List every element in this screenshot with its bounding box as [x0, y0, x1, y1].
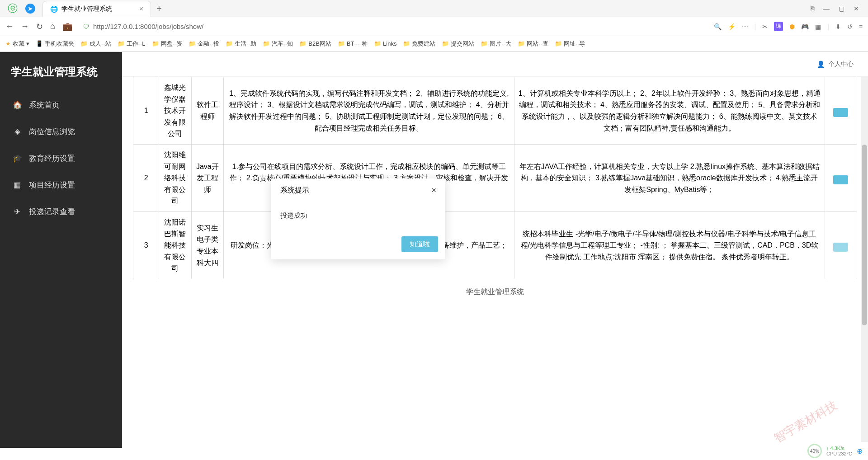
browser-chrome: ⓔ ➤ 🌐 学生就业管理系统 × + ⎘ — ▢ ✕ ← → ↻ ⌂ 💼 🛡 h… — [0, 0, 868, 52]
send-icon: ✈ — [13, 207, 22, 216]
bookmark-folder[interactable]: 📁图片--大 — [481, 40, 511, 48]
folder-icon: 📁 — [481, 40, 488, 47]
home-icon[interactable]: ⌂ — [50, 22, 55, 31]
briefcase-icon[interactable]: 💼 — [62, 22, 72, 32]
folder-icon: 📁 — [518, 40, 525, 47]
sidebar-item-projects[interactable]: ▦项目经历设置 — [0, 172, 122, 198]
submit-button[interactable]: 投递 — [833, 243, 848, 252]
row-company: 鑫城光学仪器技术开发有限公司 — [159, 77, 191, 145]
nav-bar: ← → ↻ ⌂ 💼 🛡 http://127.0.0.1:8000/jobs/j… — [0, 17, 868, 36]
sidebar-item-home[interactable]: 🏠系统首页 — [0, 92, 122, 118]
bookmark-folder[interactable]: 📁网址--导 — [555, 40, 585, 48]
row-requirements: 统招本科毕业生 -光学/电子/微电子/半导体/物理/测控技术与仪器/电子科学与技… — [514, 211, 825, 279]
sidebar-item-label: 系统首页 — [29, 100, 60, 110]
forward-icon[interactable]: → — [21, 22, 29, 31]
new-tab-button[interactable]: + — [156, 4, 162, 14]
bookmark-folder[interactable]: 📁金融--投 — [189, 40, 219, 48]
favorites-button[interactable]: ★收藏▾ — [5, 40, 29, 48]
sidebar-item-records[interactable]: ✈投递记录查看 — [0, 198, 122, 225]
scrollbar-thumb[interactable] — [862, 145, 867, 325]
submit-button[interactable]: 投递 — [833, 175, 848, 184]
user-center-link[interactable]: 👤 个人中心 — [817, 60, 854, 68]
globe-icon: 🌐 — [50, 5, 58, 13]
header-bar: 👤 个人中心 — [122, 52, 868, 77]
window-close-icon[interactable]: ✕ — [854, 5, 859, 12]
sidebar-item-jobs[interactable]: ◈岗位信息浏览 — [0, 118, 122, 145]
folder-icon: 📁 — [226, 40, 233, 47]
bookmark-folder[interactable]: 📁汽车--知 — [263, 40, 293, 48]
url-text: http://127.0.0.1:8000/jobs/jobs/show/ — [93, 23, 203, 30]
row-company: 沈阳维可耐网络科技有限公司 — [159, 144, 191, 211]
window-controls: ⎘ — ▢ ✕ — [811, 5, 864, 12]
more-icon[interactable]: ⋯ — [742, 23, 748, 30]
table-row: 3 沈阳诺巴斯智能科技有限公司 实习生电子类专业本科大四 研发岗位：光电传感器设… — [133, 211, 857, 279]
sidebar-item-label: 项目经历设置 — [29, 180, 75, 190]
watermark: 智宇素材科技 — [771, 397, 840, 446]
history-icon[interactable]: ↺ — [847, 23, 853, 30]
bookmark-folder[interactable]: 📁免费建站 — [403, 40, 435, 48]
scissors-icon[interactable]: ✂ — [762, 23, 768, 30]
menu-icon[interactable]: ≡ — [859, 23, 863, 30]
mobile-favorites[interactable]: 📱手机收藏夹 — [36, 40, 74, 48]
modal-ok-button[interactable]: 知道啦 — [401, 236, 438, 252]
folder-icon: 📁 — [118, 40, 125, 47]
flash-icon[interactable]: ⚡ — [728, 23, 736, 30]
status-text: ↑ 4.3K/s CPU 232°C — [826, 446, 852, 456]
diamond-icon: ◈ — [13, 127, 22, 136]
bookmark-folder[interactable]: 📁生活--助 — [226, 40, 256, 48]
bookmark-folder[interactable]: 📁B2B网站 — [299, 40, 331, 48]
back-icon[interactable]: ← — [5, 22, 14, 31]
bookmark-folder[interactable]: 📁提交网站 — [442, 40, 474, 48]
folder-icon: 📁 — [403, 40, 410, 47]
bookmark-folder[interactable]: 📁BT----种 — [338, 40, 368, 48]
grid-icon[interactable]: ▦ — [815, 23, 821, 30]
row-position: Java开发工程师 — [191, 144, 223, 211]
download-icon[interactable]: ⬇ — [835, 23, 841, 30]
modal-close-icon[interactable]: × — [431, 186, 436, 195]
modal-header: 系统提示 × — [271, 178, 445, 202]
sidebar-item-education[interactable]: 🎓教育经历设置 — [0, 145, 122, 172]
home-icon: 🏠 — [13, 100, 22, 110]
folder-icon: 📁 — [299, 40, 307, 47]
mobile-icon: 📱 — [36, 40, 43, 47]
folder-icon: 📁 — [152, 40, 159, 47]
footer-text: 学生就业管理系统 — [133, 279, 857, 305]
sidebar-item-label: 教育经历设置 — [29, 153, 75, 164]
row-requirements: 1、计算机或相关专业本科学历以上； 2、2年以上软件开发经验； 3、熟悉面向对象… — [514, 77, 825, 145]
bookmark-folder[interactable]: 📁网盘--资 — [152, 40, 183, 48]
folder-icon: 📁 — [189, 40, 196, 47]
percent-indicator[interactable]: 40% — [807, 444, 822, 458]
folder-icon: 📁 — [555, 40, 562, 47]
bookmark-folder[interactable]: 📁Links — [374, 40, 396, 47]
game-icon[interactable]: 🎮 — [801, 23, 809, 30]
scrollbar[interactable] — [861, 77, 868, 448]
browser-tab[interactable]: 🌐 学生就业管理系统 × — [42, 1, 151, 17]
sidebar-title: 学生就业管理系统 — [0, 52, 122, 92]
compass-icon[interactable]: ➤ — [25, 4, 35, 14]
url-bar[interactable]: 🛡 http://127.0.0.1:8000/jobs/jobs/show/ — [80, 21, 707, 32]
tab-bar: ⓔ ➤ 🌐 学生就业管理系统 × + ⎘ — ▢ ✕ — [0, 0, 868, 17]
row-index: 3 — [133, 211, 159, 279]
bookmark-folder[interactable]: 📁工作--L — [118, 40, 146, 48]
browser-logo-icon: ⓔ — [7, 3, 18, 14]
row-position: 实习生电子类专业本科大四 — [191, 211, 223, 279]
search-icon[interactable]: 🔍 — [714, 23, 722, 30]
tab-close-icon[interactable]: × — [139, 5, 143, 13]
reload-icon[interactable]: ↻ — [36, 22, 43, 32]
sidebar-item-label: 岗位信息浏览 — [29, 127, 75, 137]
status-plus-icon[interactable]: ⊕ — [857, 447, 863, 455]
window-minimize-icon[interactable]: — — [823, 5, 830, 12]
window-maximize-icon[interactable]: ▢ — [839, 5, 844, 12]
modal-footer: 知道啦 — [271, 231, 445, 259]
table-row: 2 沈阳维可耐网络科技有限公司 Java开发工程师 1.参与公司在线项目的需求分… — [133, 144, 857, 211]
modal-message: 投递成功 — [271, 202, 445, 231]
bookmark-folder[interactable]: 📁网站--查 — [518, 40, 548, 48]
folder-icon: 📁 — [80, 40, 88, 47]
coin-icon[interactable]: ⬢ — [789, 23, 795, 30]
bookmark-folder[interactable]: 📁成人--站 — [80, 40, 111, 48]
window-extra-icon[interactable]: ⎘ — [811, 5, 814, 12]
translate-icon[interactable]: 译 — [774, 22, 783, 31]
system-modal: 系统提示 × 投递成功 知道啦 — [271, 178, 445, 259]
folder-icon: 📁 — [263, 40, 270, 47]
submit-button[interactable]: 投递 — [833, 108, 848, 117]
